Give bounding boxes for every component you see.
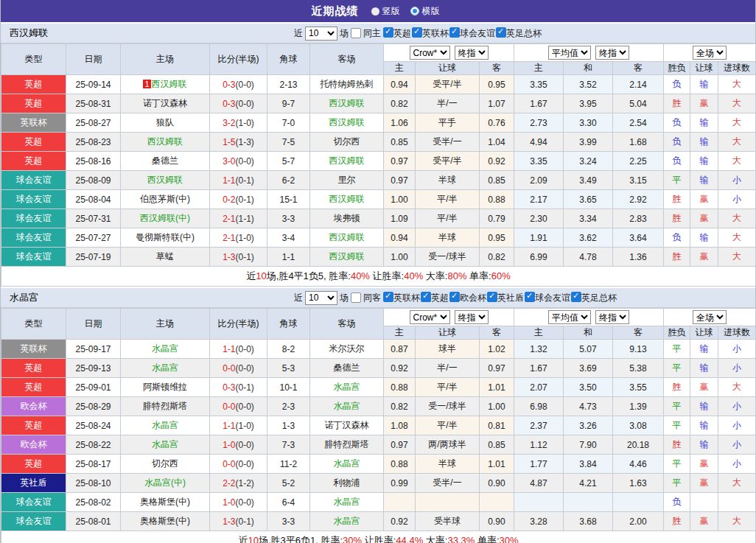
let-odds-away: 1.02 (480, 340, 514, 359)
fulltime-score: 3-2 (223, 118, 235, 128)
result-outcome: 负 (664, 493, 690, 512)
scope-select[interactable]: 全场 (693, 310, 727, 324)
match-date: 25-07-19 (66, 248, 121, 267)
fulltime-score: 1-5 (223, 137, 235, 147)
league-checkbox[interactable] (421, 292, 431, 302)
fulltime-score: 2-1 (223, 214, 235, 224)
score-cell: 0-3(0-0) (210, 94, 267, 113)
halftime-score: (0-0) (236, 402, 254, 412)
col-sub-客: 客 (480, 62, 514, 75)
avg-odds-draw: 3.24 (564, 152, 613, 171)
handicap-line: 受半/一 (416, 133, 480, 152)
home-team-cell: 水晶宫 (121, 359, 210, 378)
avg-odds-draw (564, 493, 613, 512)
let-odds-away: 0.76 (480, 113, 514, 133)
league-checkbox[interactable] (449, 27, 460, 38)
average-select[interactable]: 平均值 (548, 310, 591, 324)
league-badge: 英超 (1, 455, 66, 474)
halftime-score: (1-1) (236, 214, 254, 224)
recent-count-select[interactable]: 10 (305, 291, 337, 305)
final-odds-select-2[interactable]: 终指 (595, 310, 629, 324)
halftime-score: (0-0) (236, 99, 254, 109)
col-score: 比分(半场) (210, 44, 267, 75)
final-odds-select[interactable]: 终指 (455, 46, 489, 60)
league-checkbox[interactable] (525, 292, 535, 302)
match-row: 英联杯25-09-17水晶宫1-1(0-0)8-2米尔沃尔0.87球半1.021… (1, 340, 756, 359)
average-select[interactable]: 平均值 (548, 46, 591, 60)
stat-value: 30% (500, 535, 519, 543)
corner-score: 6-2 (267, 171, 310, 190)
handicap-line: 受一/球半 (416, 397, 480, 416)
let-odds-away: 1.04 (480, 133, 514, 152)
let-odds-home: 1.06 (384, 113, 416, 133)
same-venue-checkbox[interactable] (351, 292, 361, 303)
home-team-name: 草蜢 (156, 251, 174, 262)
col-sub-主: 主 (384, 62, 416, 75)
score-cell: 1-5(1-3) (210, 133, 267, 152)
stat-value: 10 (256, 270, 266, 281)
league-checkbox[interactable] (383, 27, 393, 38)
stat-value: 30% (343, 535, 362, 543)
result-outcome: 负 (664, 113, 690, 133)
result-outcome: 胜 (664, 248, 690, 267)
league-checkbox[interactable] (496, 27, 506, 38)
league-badge: 球会友谊 (1, 209, 66, 228)
avg-odds-draw: 7.90 (564, 435, 613, 455)
avg-odds-draw: 5.07 (564, 340, 613, 359)
team-header-row: 西汉姆联 近 10 场 同主 英超英联杯球会友谊英足总杯 (1, 24, 755, 43)
league-checkbox[interactable] (383, 292, 393, 302)
let-odds-home (384, 493, 416, 512)
corner-score: 7-0 (267, 113, 310, 133)
radio-unchecked-icon[interactable] (371, 7, 379, 15)
fulltime-score: 0-3 (223, 80, 235, 90)
result-goals: 小 (718, 171, 756, 190)
result-handicap: 赢 (690, 248, 718, 267)
final-odds-select[interactable]: 终指 (455, 310, 489, 324)
corner-score: 11-2 (267, 455, 310, 474)
corner-score: 5-3 (267, 359, 310, 378)
avg-odds-home: 1.67 (514, 94, 564, 113)
match-row: 欧会杯25-08-22水晶宫1-0(0-0)7-3腓特烈斯塔0.97两/两球半0… (1, 435, 756, 455)
let-odds-away: 1.00 (480, 397, 514, 416)
corner-score: 1-1 (267, 248, 310, 267)
layout-radio-horizontal[interactable]: 横版 (410, 5, 440, 18)
result-outcome: 胜 (664, 190, 690, 209)
match-date: 25-08-23 (66, 133, 121, 152)
match-row: 球会友谊25-07-19草蜢1-3(0-1)1-1西汉姆联1.00受一/球半0.… (1, 248, 756, 267)
league-badge: 球会友谊 (1, 171, 66, 190)
result-outcome: 胜 (664, 435, 690, 455)
layout-radio-vertical[interactable]: 竖版 (371, 5, 400, 18)
recent-count-select[interactable]: 10 (305, 27, 337, 41)
final-odds-select-2[interactable]: 终指 (595, 46, 629, 60)
stat-label: 单率: (475, 535, 499, 543)
let-odds-home: 1.00 (384, 190, 416, 209)
avg-odds-draw: 4.78 (564, 248, 613, 267)
league-checkbox[interactable] (449, 292, 460, 302)
fulltime-score: 2-2 (223, 478, 235, 488)
fulltime-score: 1-0 (223, 440, 235, 450)
games-label: 场 (340, 27, 349, 40)
avg-odds-home: 1.77 (514, 455, 564, 474)
league-checkbox[interactable] (487, 292, 497, 302)
col-type: 类型 (1, 44, 66, 75)
scope-select[interactable]: 全场 (693, 46, 727, 60)
score-cell: 3-2(1-0) (210, 113, 267, 133)
bookmaker-select[interactable]: Crow* (410, 310, 450, 324)
league-checkbox[interactable] (412, 27, 422, 38)
bookmaker-select[interactable]: Crow* (410, 46, 450, 60)
halftime-score: (1-0) (236, 118, 254, 128)
let-odds-home: 0.92 (384, 512, 416, 531)
match-date: 25-07-31 (66, 209, 121, 228)
home-team-cell: 西汉姆联 (121, 171, 210, 190)
stat-label: 场,胜4平1负5, 胜率: (267, 270, 351, 281)
avg-odds-draw: 3.34 (564, 209, 613, 228)
away-team-name: 西汉姆联 (329, 98, 365, 108)
avg-odds-away: 2.92 (613, 190, 664, 209)
same-venue-checkbox[interactable] (351, 28, 361, 38)
league-checkbox[interactable] (571, 292, 581, 302)
league-badge: 球会友谊 (1, 190, 66, 209)
col-sub-主: 主 (384, 326, 416, 340)
avg-odds-home: 2.07 (514, 378, 564, 397)
radio-checked-icon[interactable] (410, 7, 419, 15)
away-team-cell: 西汉姆联 (310, 228, 384, 248)
